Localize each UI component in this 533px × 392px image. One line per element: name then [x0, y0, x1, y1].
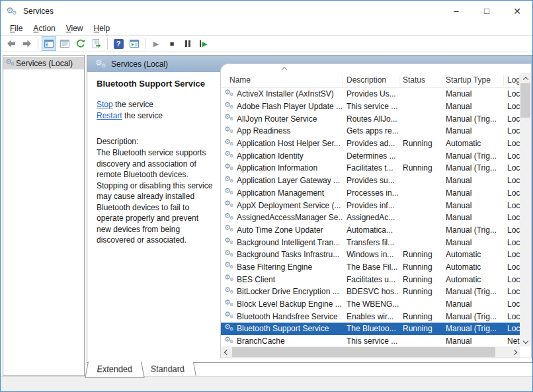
view-tabs: Extended Standard [87, 362, 531, 377]
service-name-cell: ⚙⚙Application Layer Gateway ... [221, 176, 343, 186]
service-description-cell: Provides ad... [343, 139, 399, 148]
service-name-cell: ⚙⚙App Readiness [221, 126, 343, 136]
table-row[interactable]: ⚙⚙Auto Time Zone UpdaterAutomatica...Man… [221, 224, 520, 237]
service-status-cell: Running [399, 163, 442, 173]
menubar: File Action View Help [1, 21, 532, 36]
service-name-cell: ⚙⚙Base Filtering Engine [221, 262, 343, 272]
service-startup-type-cell: Automatic [442, 250, 504, 259]
service-startup-type-cell: Manual (Trig... [442, 163, 504, 173]
stop-service-button[interactable]: ■ [165, 36, 179, 51]
service-description-cell: Gets apps re... [343, 126, 399, 136]
action-pane-button[interactable] [127, 36, 142, 51]
restart-service-link[interactable]: Restart [97, 111, 122, 120]
service-description-cell: Routes AllJo... [343, 114, 399, 124]
refresh-icon [75, 38, 86, 49]
table-row[interactable]: ⚙⚙Adobe Flash Player Update ...This serv… [221, 100, 520, 113]
service-startup-type-cell: Manual [442, 102, 504, 111]
service-description-cell: BDESVC hos... [343, 287, 399, 296]
table-row[interactable]: ⚙⚙BranchCacheThis service ...ManualNet [221, 335, 520, 346]
table-row[interactable]: ⚙⚙AssignedAccessManager Se...AssignedAc.… [221, 212, 520, 224]
service-status-cell: Running [399, 312, 442, 321]
table-row[interactable]: ⚙⚙Block Level Backup Engine ...The WBENG… [221, 298, 520, 311]
panel-header-label: Services (Local) [111, 59, 168, 69]
table-row[interactable]: ⚙⚙Bluetooth Support ServiceThe Bluetoo..… [221, 323, 520, 335]
table-row[interactable]: ⚙⚙Bluetooth Handsfree ServiceEnables wir… [221, 310, 520, 323]
column-header-name[interactable]: Name [221, 75, 343, 86]
column-header-description[interactable]: Description [343, 75, 399, 86]
table-row[interactable]: ⚙⚙Application InformationFacilitates t..… [221, 162, 520, 175]
restart-service-line: Restart the service [97, 110, 213, 122]
scroll-right-button[interactable] [509, 346, 520, 358]
table-row[interactable]: ⚙⚙Application IdentityDetermines ...Manu… [221, 149, 520, 162]
horizontal-scrollbar[interactable] [221, 346, 520, 358]
table-row[interactable]: ⚙⚙BES ClientFacilitates u...RunningAutom… [221, 273, 520, 286]
table-row[interactable]: ⚙⚙AllJoyn Router ServiceRoutes AllJo...M… [221, 112, 520, 125]
start-service-button[interactable]: ▶ [149, 36, 163, 51]
service-name-cell: ⚙⚙Application Host Helper Ser... [221, 139, 343, 149]
column-header-log[interactable]: Log [504, 75, 520, 86]
table-row[interactable]: ⚙⚙BitLocker Drive Encryption ...BDESVC h… [221, 286, 520, 298]
table-row[interactable]: ⚙⚙Background Tasks Infrastru...Windows i… [221, 249, 520, 261]
service-logon-cell: Loc [504, 188, 520, 198]
menu-file[interactable]: File [5, 22, 28, 35]
table-row[interactable]: ⚙⚙AppX Deployment Service (...Provides i… [221, 199, 520, 212]
menu-help[interactable]: Help [89, 22, 116, 35]
service-name-cell: ⚙⚙BranchCache [221, 336, 343, 346]
close-button[interactable]: ✕ [502, 1, 532, 21]
service-gear-icon: ⚙⚙ [224, 151, 235, 161]
service-description-cell: The Bluetoo... [343, 324, 399, 333]
service-gear-icon: ⚙⚙ [224, 299, 235, 309]
scroll-up-button[interactable] [520, 73, 531, 84]
service-description-cell: Facilitates u... [343, 275, 399, 284]
tab-standard[interactable]: Standard [138, 362, 196, 377]
forward-button[interactable] [20, 36, 34, 51]
menu-action[interactable]: Action [28, 22, 60, 35]
service-gear-icon: ⚙⚙ [224, 237, 235, 247]
column-header-startup-type[interactable]: Startup Type [442, 75, 504, 86]
services-panel: ⚙⚙ Services (Local) Bluetooth Support Se… [87, 55, 532, 363]
scroll-left-button[interactable] [221, 346, 232, 358]
table-row[interactable]: ⚙⚙ActiveX Installer (AxInstSV)Provides U… [221, 88, 520, 100]
horizontal-scroll-thumb[interactable] [232, 347, 495, 357]
restart-service-button[interactable]: ▶ [196, 36, 211, 51]
service-name-cell: ⚙⚙AssignedAccessManager Se... [221, 213, 343, 223]
column-header-status[interactable]: Status [399, 75, 442, 86]
help-button[interactable]: ? [111, 36, 126, 51]
service-gear-icon: ⚙⚙ [224, 262, 235, 272]
service-description-cell: Provides inf... [343, 201, 399, 210]
service-description-cell: The Base Fil... [343, 262, 399, 272]
refresh-button[interactable] [73, 36, 88, 51]
table-row[interactable]: ⚙⚙Base Filtering EngineThe Base Fil...Ru… [221, 261, 520, 274]
tree-item-services-local[interactable]: ⚙⚙ Services (Local) [3, 57, 84, 69]
service-gear-icon: ⚙⚙ [224, 89, 235, 99]
service-gear-icon: ⚙⚙ [224, 250, 235, 260]
table-row[interactable]: ⚙⚙Application Layer Gateway ...Provides … [221, 175, 520, 187]
vertical-scroll-thumb[interactable] [520, 83, 530, 118]
maximize-button[interactable]: □ [472, 1, 502, 21]
services-app-icon: ⚙⚙ [6, 5, 18, 17]
service-name-cell: ⚙⚙Application Identity [221, 151, 343, 161]
table-row[interactable]: ⚙⚙App ReadinessGets apps re...ManualLoc [221, 125, 520, 137]
service-logon-cell: Loc [504, 114, 520, 124]
table-row[interactable]: ⚙⚙Application Host Helper Ser...Provides… [221, 137, 520, 150]
toolbar-separator [107, 38, 108, 49]
scroll-down-button[interactable] [520, 335, 531, 346]
minimize-button[interactable]: – [441, 1, 472, 21]
export-list-icon [91, 38, 102, 49]
vertical-scrollbar[interactable] [520, 73, 531, 346]
service-gear-icon: ⚙⚙ [224, 139, 235, 149]
service-description-cell: The WBENG... [343, 299, 399, 309]
service-startup-type-cell: Manual [442, 89, 504, 98]
properties-button[interactable] [58, 36, 72, 51]
table-row[interactable]: ⚙⚙Application ManagementProcesses in...M… [221, 187, 520, 200]
show-console-tree-button[interactable] [42, 36, 56, 51]
table-row[interactable]: ⚙⚙Background Intelligent Tran...Transfer… [221, 236, 520, 249]
export-list-button[interactable] [89, 36, 104, 51]
pause-service-button[interactable] [181, 36, 195, 51]
menu-view[interactable]: View [61, 22, 89, 35]
stop-service-link[interactable]: Stop [97, 100, 113, 109]
back-button[interactable] [4, 36, 19, 51]
console-tree-panel: ⚙⚙ Services (Local) [3, 55, 85, 376]
tab-extended[interactable]: Extended [85, 362, 144, 377]
stop-service-line: Stop the service [97, 99, 213, 110]
